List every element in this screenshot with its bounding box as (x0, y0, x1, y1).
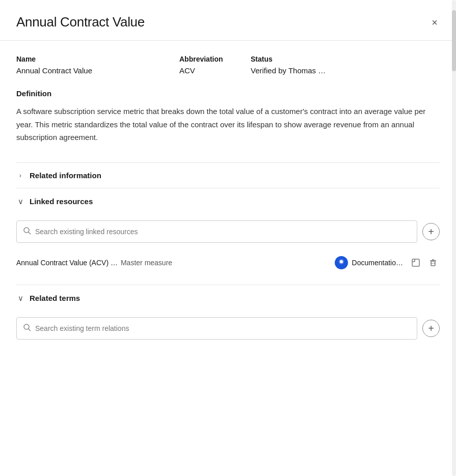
linked-resources-search-wrapper[interactable] (16, 220, 417, 243)
status-label: Status (251, 55, 440, 63)
table-row: Annual Contract Value (ACV) … Master mea… (16, 251, 440, 274)
scrollbar[interactable] (452, 0, 456, 476)
svg-line-13 (29, 329, 31, 331)
related-information-title: Related information (30, 171, 101, 180)
related-information-chevron-right-icon: › (16, 172, 24, 179)
link-to-story-button[interactable] (409, 256, 422, 269)
abbreviation-label: Abbreviation (179, 55, 230, 63)
svg-rect-7 (431, 261, 435, 266)
resource-doc-badge-icon (338, 258, 345, 267)
related-terms-section: ∨ Related terms (16, 285, 440, 358)
scrollbar-thumb[interactable] (452, 10, 456, 71)
trash-icon (428, 258, 438, 267)
name-value: Annual Contract Value (16, 66, 159, 75)
linked-resources-header[interactable]: ∨ Linked resources (16, 188, 440, 214)
definition-text: A software subscription service metric t… (16, 105, 440, 144)
status-field-group: Status Verified by Thomas … (251, 55, 440, 75)
linked-resources-search-input[interactable] (35, 228, 411, 236)
resource-type: Master measure (121, 259, 172, 267)
panel-title: Annual Contract Value (16, 14, 145, 30)
resource-action-icons (409, 256, 440, 269)
related-terms-add-icon: + (428, 323, 434, 333)
panel-header: Annual Contract Value × (0, 0, 456, 41)
related-information-header[interactable]: › Related information (16, 162, 440, 188)
link-to-story-icon (411, 258, 420, 267)
panel-body: Name Annual Contract Value Abbreviation … (0, 41, 456, 372)
detail-panel: Annual Contract Value × Name Annual Cont… (0, 0, 456, 476)
related-terms-search-input[interactable] (35, 324, 411, 332)
fields-row: Name Annual Contract Value Abbreviation … (16, 55, 440, 75)
status-value: Verified by Thomas … (251, 66, 440, 75)
related-terms-search-icon (23, 323, 31, 333)
related-terms-chevron-down-icon: ∨ (16, 294, 24, 303)
resource-doc-name: Documentatio… (352, 259, 403, 267)
delete-resource-button[interactable] (426, 256, 440, 269)
related-terms-title: Related terms (30, 294, 80, 302)
resource-name: Annual Contract Value (ACV) … (16, 259, 118, 267)
svg-rect-4 (412, 259, 419, 266)
linked-resources-chevron-down-icon: ∨ (16, 197, 24, 206)
svg-line-1 (29, 232, 31, 234)
resource-info: Annual Contract Value (ACV) … Master mea… (16, 259, 329, 267)
abbreviation-field-group: Abbreviation ACV (179, 55, 230, 75)
abbreviation-value: ACV (179, 66, 230, 75)
linked-resources-search-row: + (16, 220, 440, 243)
linked-resources-content: + Annual Contract Value (ACV) … Master m… (16, 214, 440, 285)
related-terms-header[interactable]: ∨ Related terms (16, 285, 440, 311)
linked-resources-add-icon: + (428, 227, 434, 237)
resource-badge (335, 256, 348, 269)
linked-resources-title: Linked resources (30, 197, 93, 206)
linked-resources-section: ∨ Linked resources (16, 188, 440, 285)
related-terms-add-button[interactable]: + (422, 320, 440, 337)
related-terms-search-row: + (16, 317, 440, 340)
definition-label: Definition (16, 89, 440, 98)
name-field-group: Name Annual Contract Value (16, 55, 159, 75)
linked-resources-add-button[interactable]: + (422, 223, 440, 240)
svg-point-3 (340, 260, 343, 263)
related-terms-content: + (16, 311, 440, 358)
related-information-section: › Related information (16, 162, 440, 188)
name-label: Name (16, 55, 159, 63)
definition-section: Definition A software subscription servi… (16, 89, 440, 144)
related-terms-search-wrapper[interactable] (16, 317, 417, 340)
close-button[interactable]: × (430, 15, 440, 30)
linked-resources-search-icon (23, 227, 31, 237)
resource-doc-group: Documentatio… (335, 256, 403, 269)
